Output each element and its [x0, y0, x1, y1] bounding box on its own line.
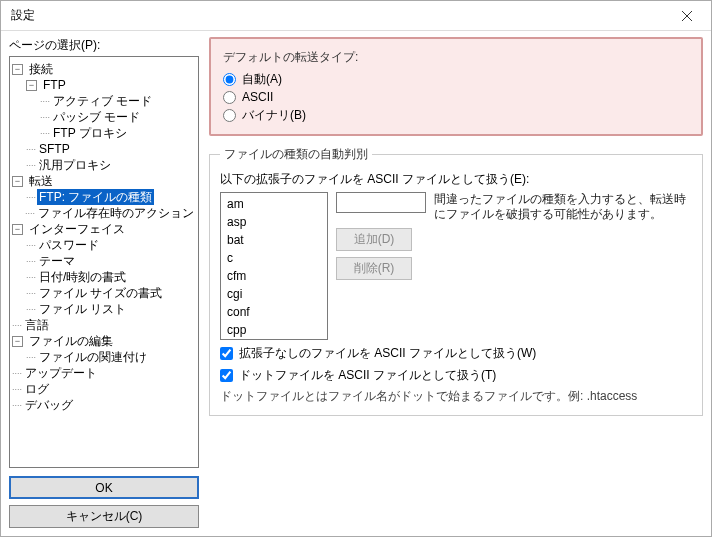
checkbox-noext-input[interactable] [220, 347, 233, 360]
extension-item[interactable]: conf [221, 303, 327, 321]
extension-item[interactable]: asp [221, 213, 327, 231]
minus-icon[interactable]: − [12, 336, 23, 347]
auto-detect-group: ファイルの種類の自動判別 以下の拡張子のファイルを ASCII ファイルとして扱… [209, 146, 703, 416]
tree-file-edit[interactable]: ファイルの編集 [27, 333, 115, 349]
add-button[interactable]: 追加(D) [336, 228, 412, 251]
tree-log[interactable]: ログ [23, 381, 51, 397]
extension-listbox[interactable]: amaspbatccfmcgiconfcpp [220, 192, 328, 340]
minus-icon[interactable]: − [12, 224, 23, 235]
extension-item[interactable]: c [221, 249, 327, 267]
page-select-tree[interactable]: −接続 −FTP ····アクティブ モード ····パッシブ モード ····… [9, 56, 199, 468]
tree-exist-action[interactable]: ファイル存在時のアクション [36, 205, 196, 221]
tree-ftp-proxy[interactable]: FTP プロキシ [51, 125, 129, 141]
tree-size-format[interactable]: ファイル サイズの書式 [37, 285, 164, 301]
settings-dialog: 設定 ページの選択(P): −接続 −FTP ····アクティブ モード ···… [0, 0, 712, 537]
window-title: 設定 [11, 7, 35, 24]
right-panel: デフォルトの転送タイプ: 自動(A) ASCII バイナリ(B) ファイルの種類… [209, 37, 703, 528]
tree-debug[interactable]: デバッグ [23, 397, 75, 413]
tree-transfer[interactable]: 転送 [27, 173, 55, 189]
tree-active-mode[interactable]: アクティブ モード [51, 93, 154, 109]
extension-item[interactable]: cfm [221, 267, 327, 285]
minus-icon[interactable]: − [26, 80, 37, 91]
auto-detect-legend: ファイルの種類の自動判別 [220, 146, 372, 163]
radio-binary[interactable]: バイナリ(B) [223, 106, 689, 124]
radio-ascii[interactable]: ASCII [223, 88, 689, 106]
extension-item[interactable]: cpp [221, 321, 327, 339]
tree-theme[interactable]: テーマ [37, 253, 77, 269]
ext-list-label: 以下の拡張子のファイルを ASCII ファイルとして扱う(E): [220, 171, 692, 188]
left-panel: ページの選択(P): −接続 −FTP ····アクティブ モード ····パッ… [9, 37, 199, 528]
dotfile-note: ドットファイルとはファイル名がドットで始まるファイルです。例: .htacces… [220, 388, 692, 405]
tree-language[interactable]: 言語 [23, 317, 51, 333]
tree-date-format[interactable]: 日付/時刻の書式 [37, 269, 128, 285]
tree-password[interactable]: パスワード [37, 237, 101, 253]
tree-update[interactable]: アップデート [23, 365, 99, 381]
window-close-button[interactable] [669, 5, 705, 27]
remove-button[interactable]: 削除(R) [336, 257, 412, 280]
tree-generic-proxy[interactable]: 汎用プロキシ [37, 157, 113, 173]
transfer-type-legend: デフォルトの転送タイプ: [223, 49, 689, 66]
extension-item[interactable]: am [221, 195, 327, 213]
radio-auto[interactable]: 自動(A) [223, 70, 689, 88]
page-select-label: ページの選択(P): [9, 37, 199, 54]
tree-filetype[interactable]: FTP: ファイルの種類 [37, 189, 154, 205]
tree-file-assoc[interactable]: ファイルの関連付け [37, 349, 149, 365]
cancel-button[interactable]: キャンセル(C) [9, 505, 199, 528]
close-icon [682, 11, 692, 21]
minus-icon[interactable]: − [12, 64, 23, 75]
tree-ftp[interactable]: FTP [41, 77, 68, 93]
extension-warning: 間違ったファイルの種類を入力すると、転送時にファイルを破損する可能性があります。 [434, 192, 692, 222]
radio-ascii-input[interactable] [223, 91, 236, 104]
extension-input[interactable] [336, 192, 426, 213]
extension-item[interactable]: cgi [221, 285, 327, 303]
transfer-type-group: デフォルトの転送タイプ: 自動(A) ASCII バイナリ(B) [209, 37, 703, 136]
tree-sftp[interactable]: SFTP [37, 141, 72, 157]
checkbox-dotfile-input[interactable] [220, 369, 233, 382]
tree-file-list[interactable]: ファイル リスト [37, 301, 128, 317]
ok-button[interactable]: OK [9, 476, 199, 499]
minus-icon[interactable]: − [12, 176, 23, 187]
radio-binary-input[interactable] [223, 109, 236, 122]
checkbox-noext[interactable]: 拡張子なしのファイルを ASCII ファイルとして扱う(W) [220, 344, 692, 362]
checkbox-dotfile[interactable]: ドットファイルを ASCII ファイルとして扱う(T) [220, 366, 692, 384]
tree-interface[interactable]: インターフェイス [27, 221, 127, 237]
tree-passive-mode[interactable]: パッシブ モード [51, 109, 142, 125]
tree-connection[interactable]: 接続 [27, 61, 55, 77]
extension-item[interactable]: bat [221, 231, 327, 249]
radio-auto-input[interactable] [223, 73, 236, 86]
titlebar: 設定 [1, 1, 711, 31]
dialog-body: ページの選択(P): −接続 −FTP ····アクティブ モード ····パッ… [1, 31, 711, 536]
